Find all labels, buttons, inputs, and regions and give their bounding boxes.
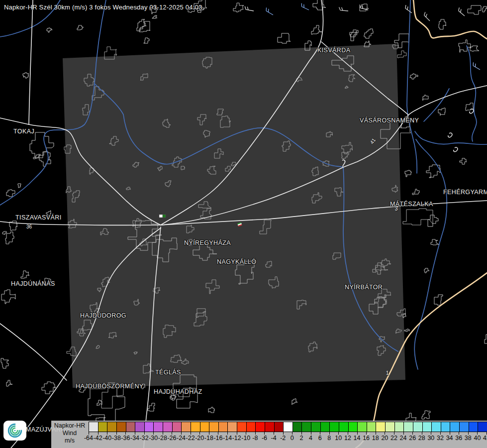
colorbar-swatch bbox=[135, 422, 144, 432]
legend-colorbar bbox=[89, 422, 487, 432]
colorbar-swatch bbox=[283, 422, 292, 432]
colorbar-tick-label: 38 bbox=[465, 435, 472, 442]
colorbar-swatch bbox=[311, 422, 320, 432]
colorbar-tick-label: 20 bbox=[381, 435, 388, 442]
colorbar-swatch bbox=[394, 422, 404, 432]
colorbar-tick-label: 10 bbox=[335, 435, 342, 442]
colorbar-tick-label: -64 bbox=[84, 435, 93, 442]
colorbar-tick-label: 2 bbox=[299, 435, 303, 442]
colorbar-tick-label: 14 bbox=[354, 435, 361, 442]
colorbar-tick-label: 34 bbox=[446, 435, 453, 442]
colorbar-tick-label: -14 bbox=[223, 435, 232, 442]
colorbar-swatch bbox=[357, 422, 367, 432]
road-number-label: 36 bbox=[26, 224, 32, 229]
colorbar-swatch bbox=[218, 422, 228, 432]
colorbar-swatch bbox=[274, 422, 284, 432]
colorbar-swatch bbox=[144, 422, 154, 432]
road-number-label: 3 bbox=[395, 206, 398, 212]
city-marker bbox=[163, 215, 166, 218]
colorbar-swatch bbox=[237, 422, 246, 432]
colorbar-swatch bbox=[292, 422, 302, 432]
colorbar-swatch bbox=[107, 422, 116, 432]
legend-unit: m/s bbox=[51, 437, 88, 445]
colorbar-swatch bbox=[385, 422, 394, 432]
colorbar-swatch bbox=[450, 422, 459, 432]
road-number-label: 1 bbox=[386, 370, 389, 376]
legend-variable: Wind bbox=[51, 430, 88, 437]
colorbar-swatch bbox=[348, 422, 358, 432]
legend-model-name: Napkor-HR bbox=[51, 422, 88, 430]
colorbar-swatch bbox=[98, 422, 107, 432]
colorbar-swatch bbox=[478, 422, 487, 432]
city-label: TISZAVASVÁRI bbox=[15, 214, 62, 221]
colorbar-tick-label: -16 bbox=[213, 435, 222, 442]
colorbar-tick-label: 0 bbox=[291, 435, 294, 442]
colorbar-swatch bbox=[301, 422, 311, 432]
colorbar-tick-label: -24 bbox=[177, 435, 186, 442]
colorbar-tick-label: -42 bbox=[94, 435, 102, 442]
colorbar-swatch bbox=[376, 422, 385, 432]
colorbar-tick-label: -4 bbox=[271, 435, 277, 442]
colorbar-swatch bbox=[329, 422, 339, 432]
colorbar-swatch bbox=[413, 422, 422, 432]
colorbar-tick-label: 26 bbox=[409, 435, 416, 442]
colorbar-tick-label: -32 bbox=[140, 435, 149, 442]
city-label: HAJDÚNÁNÁS bbox=[11, 280, 55, 287]
legend-title-block: Napkor-HR Wind m/s bbox=[51, 422, 88, 445]
colorbar-swatch bbox=[126, 422, 135, 432]
colorbar-tick-label: 36 bbox=[455, 435, 462, 442]
city-label: HAJDÚDOROG bbox=[80, 312, 126, 319]
colorbar-swatch bbox=[367, 422, 376, 432]
colorbar-tick-label: 40 bbox=[474, 435, 481, 442]
legend-panel: Napkor-HR Wind m/s -64-42-40-38-36-34-32… bbox=[51, 421, 487, 448]
colorbar-tick-label: -20 bbox=[195, 435, 204, 442]
colorbar-tick-label: 8 bbox=[327, 435, 331, 442]
colorbar-swatch bbox=[422, 422, 432, 432]
city-label: HAJDÚHADHÁZ bbox=[154, 388, 202, 395]
colorbar-swatch bbox=[209, 422, 218, 432]
storm-spiral-logo bbox=[3, 421, 26, 441]
colorbar-tick-label: -6 bbox=[262, 435, 267, 442]
city-label: NYÍREGYHÁZA bbox=[184, 239, 231, 246]
colorbar-swatch bbox=[153, 422, 163, 432]
colorbar-tick-label: 18 bbox=[372, 435, 379, 442]
city-label: TÉGLÁS bbox=[155, 369, 181, 376]
colorbar-swatch bbox=[339, 422, 348, 432]
city-label: NAGYKÁLLÓ bbox=[217, 258, 256, 265]
colorbar-tick-label: -28 bbox=[158, 435, 167, 442]
colorbar-swatch bbox=[403, 422, 413, 432]
colorbar-swatch bbox=[116, 422, 126, 432]
colorbar-tick-label: -8 bbox=[252, 435, 258, 442]
colorbar-tick-label: 4 bbox=[309, 435, 312, 442]
city-marker bbox=[159, 215, 163, 218]
colorbar-swatch bbox=[255, 422, 265, 432]
colorbar-tick-label: 28 bbox=[418, 435, 425, 442]
weather-map-screen: Napkor-HR Szél 30km (m/s) 3 fokos Wednes… bbox=[0, 0, 487, 448]
colorbar-swatch bbox=[227, 422, 237, 432]
colorbar-tick-label: -38 bbox=[112, 435, 121, 442]
colorbar-tick-label: -34 bbox=[130, 435, 139, 442]
colorbar-tick-label: 24 bbox=[400, 435, 407, 442]
colorbar-swatch bbox=[469, 422, 478, 432]
colorbar-tick-label: -12 bbox=[232, 435, 241, 442]
colorbar-tick-label: 22 bbox=[390, 435, 397, 442]
colorbar-swatch bbox=[163, 422, 172, 432]
city-label: FEHÉRGYARMAT bbox=[443, 189, 487, 196]
colorbar-swatch bbox=[265, 422, 274, 432]
map-canvas bbox=[0, 0, 487, 448]
city-label: HAJDÚBÖSZÖRMÉNY bbox=[76, 383, 144, 390]
colorbar-swatch bbox=[181, 422, 191, 432]
colorbar-tick-label: -10 bbox=[241, 435, 250, 442]
city-label: TOKAJ bbox=[13, 128, 34, 135]
colorbar-tick-label: 42 bbox=[483, 435, 487, 442]
colorbar-swatch bbox=[441, 422, 450, 432]
spiral-icon bbox=[6, 422, 24, 439]
colorbar-tick-label: -18 bbox=[204, 435, 213, 442]
colorbar-tick-label: -26 bbox=[167, 435, 176, 442]
colorbar-swatch bbox=[246, 422, 256, 432]
colorbar-tick-label: -22 bbox=[186, 435, 195, 442]
colorbar-swatch bbox=[459, 422, 469, 432]
colorbar-swatch bbox=[191, 422, 200, 432]
colorbar-tick-label: -40 bbox=[102, 435, 111, 442]
colorbar-tick-label: 30 bbox=[427, 435, 434, 442]
